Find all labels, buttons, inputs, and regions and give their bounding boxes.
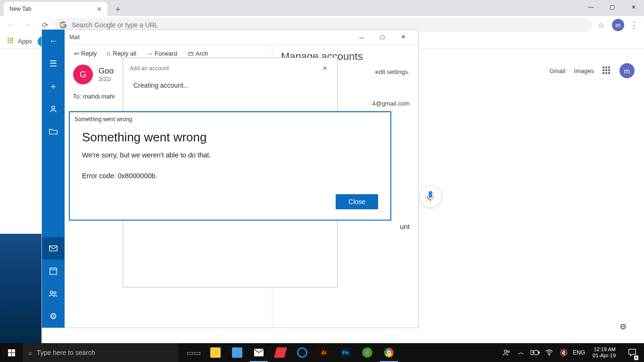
svg-rect-2 <box>50 268 57 275</box>
sender-avatar: G <box>73 65 93 84</box>
svg-point-0 <box>52 106 55 109</box>
tab-title: New Tab <box>9 6 95 12</box>
tray-chevron-icon[interactable]: ︿ <box>516 343 526 362</box>
new-tab-button[interactable]: + <box>111 3 124 16</box>
photoshop-icon[interactable]: Ps <box>335 343 356 362</box>
reply-icon: ↩ <box>74 50 79 57</box>
ntp-header-links: Gmail Images m <box>549 63 635 78</box>
omnibox-placeholder: Search Google or type a URL <box>72 21 158 29</box>
sender-name: Goo <box>99 66 114 76</box>
add-account-title: Add an account <box>130 65 169 72</box>
clock-time: 12:19 AM <box>594 346 616 353</box>
archive-icon: 🗃 <box>188 50 194 57</box>
mail-maximize-button[interactable]: ▢ <box>372 30 393 45</box>
svg-rect-8 <box>538 352 539 354</box>
settings-nav-icon[interactable]: ⚙ <box>42 305 65 328</box>
volume-icon[interactable]: 🔇 <box>559 343 568 362</box>
task-view-icon[interactable]: ▭▭ <box>183 343 205 362</box>
svg-point-5 <box>504 350 507 353</box>
taskbar-search[interactable]: ⌕ Type here to search <box>23 343 178 362</box>
reply-all-icon: ⎌ <box>107 50 111 57</box>
windows-logo-icon <box>8 349 15 356</box>
minimize-button[interactable]: — <box>580 0 602 14</box>
battery-icon[interactable] <box>530 343 540 362</box>
close-button[interactable]: Close <box>336 194 378 209</box>
back-button[interactable]: ← <box>3 18 19 32</box>
windows-taskbar: ⌕ Type here to search ▭▭ Ai Ps ︿ 🔇 ENG <box>0 343 644 362</box>
language-indicator[interactable]: ENG <box>573 349 585 356</box>
chrome-taskbar-icon[interactable] <box>378 343 400 362</box>
mail-sidebar: ← ☰ ＋ ⚙ <box>42 30 65 328</box>
google-g-icon <box>59 21 67 29</box>
notification-count: 8 <box>634 355 638 360</box>
tab-strip: New Tab ✕ + — ▢ ✕ <box>0 0 644 16</box>
mail-nav-icon[interactable] <box>42 237 65 260</box>
sender-date: 3/31/ <box>99 76 114 82</box>
apps-label: Apps <box>18 38 32 45</box>
mail-close-button[interactable]: ✕ <box>393 30 413 45</box>
action-center-icon[interactable]: 8 <box>623 343 641 362</box>
mail-taskbar-icon[interactable] <box>248 343 270 362</box>
back-icon[interactable]: ← <box>42 30 65 52</box>
bookmark-star-icon[interactable]: ☆ <box>593 18 609 32</box>
file-explorer-icon[interactable] <box>205 343 226 362</box>
notepad-icon[interactable] <box>226 343 248 362</box>
reply-button[interactable]: ↩Reply <box>70 49 100 58</box>
svg-point-4 <box>54 292 56 294</box>
close-tab-icon[interactable]: ✕ <box>95 5 103 13</box>
new-mail-icon[interactable]: ＋ <box>42 75 65 98</box>
accounts-icon[interactable] <box>42 98 65 120</box>
maximize-button[interactable]: ▢ <box>602 0 623 14</box>
idm-icon[interactable] <box>356 343 378 362</box>
reader-icon[interactable] <box>270 343 291 362</box>
mail-window-title: Mail <box>69 34 351 41</box>
close-icon[interactable]: ✕ <box>319 63 330 74</box>
apps-shortcut[interactable]: Apps <box>4 36 36 47</box>
forward-button[interactable]: →Forward <box>143 49 181 58</box>
wifi-icon[interactable] <box>545 343 554 362</box>
people-nav-icon[interactable] <box>42 282 65 305</box>
folders-icon[interactable] <box>42 120 65 143</box>
search-placeholder: Type here to search <box>37 349 95 356</box>
google-apps-icon[interactable] <box>603 66 611 75</box>
microphone-icon <box>426 191 435 202</box>
start-button[interactable] <box>0 343 23 362</box>
illustrator-icon[interactable]: Ai <box>313 343 335 362</box>
error-code: Error code: 0x8000000b. <box>82 172 378 180</box>
search-icon: ⌕ <box>28 349 32 356</box>
svg-point-9 <box>549 354 550 355</box>
calendar-nav-icon[interactable] <box>42 260 65 282</box>
mail-titlebar: Mail — ▢ ✕ <box>65 30 418 45</box>
people-tray-icon[interactable] <box>502 343 512 362</box>
forward-button[interactable]: → <box>20 18 36 32</box>
svg-rect-1 <box>50 246 57 251</box>
desktop-background-strip <box>0 234 41 343</box>
archive-button[interactable]: 🗃Arch <box>184 49 212 58</box>
edge-icon[interactable] <box>291 343 313 362</box>
error-dialog-titlebar: Something went wrong <box>70 112 390 126</box>
chrome-menu-button[interactable]: ⋮ <box>627 18 641 32</box>
taskbar-clock[interactable]: 12:19 AM 01-Apr-19 <box>590 346 619 359</box>
system-tray: ︿ 🔇 ENG 12:19 AM 01-Apr-19 8 <box>502 343 644 362</box>
svg-point-3 <box>50 291 53 294</box>
mail-minimize-button[interactable]: — <box>351 30 372 45</box>
taskbar-app-icons: ▭▭ Ai Ps <box>183 343 400 362</box>
add-account-header: Add an account ✕ <box>123 58 337 79</box>
close-window-button[interactable]: ✕ <box>623 0 644 14</box>
reply-all-button[interactable]: ⎌Reply all <box>103 49 140 58</box>
window-controls: — ▢ ✕ <box>580 0 644 14</box>
profile-avatar[interactable]: m <box>612 19 624 31</box>
browser-tab[interactable]: New Tab ✕ <box>4 2 107 16</box>
images-link[interactable]: Images <box>574 67 594 74</box>
hamburger-menu-icon[interactable]: ☰ <box>42 52 65 75</box>
error-dialog: Something went wrong Something went wron… <box>69 111 391 221</box>
voice-search-button[interactable] <box>420 186 441 207</box>
ntp-avatar[interactable]: m <box>619 63 635 78</box>
error-message: We're sorry, but we weren't able to do t… <box>82 151 378 159</box>
clock-date: 01-Apr-19 <box>593 353 616 359</box>
gmail-link[interactable]: Gmail <box>549 67 565 74</box>
error-heading: Something went wrong <box>82 130 378 145</box>
customize-ntp-icon[interactable]: ⚙ <box>616 320 630 334</box>
forward-icon: → <box>147 50 153 57</box>
add-account-label: unt <box>400 222 410 230</box>
